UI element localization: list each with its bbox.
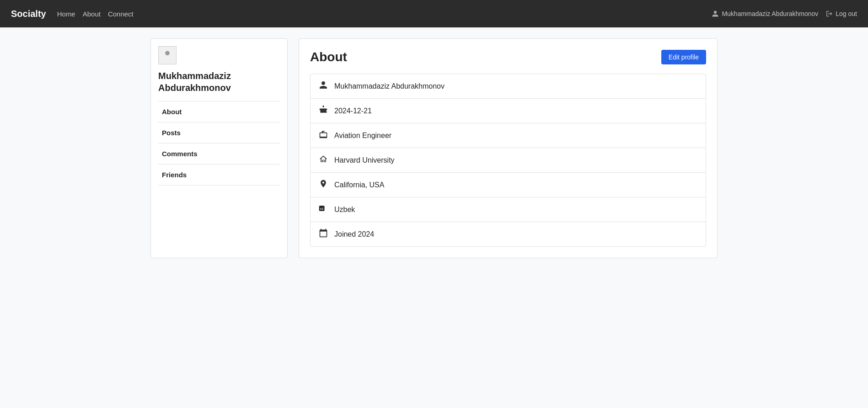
about-section: About Edit profile Mukhammadaziz Abdurak… (299, 38, 718, 258)
nav-about-link[interactable]: About (83, 10, 101, 18)
logout-button[interactable]: Log out (825, 10, 857, 17)
info-row-language: AZ Uzbek (311, 197, 706, 222)
main-content: Mukhammadaziz Abdurakhmonov About Posts … (114, 27, 754, 269)
info-row-occupation: Aviation Engineer (311, 123, 706, 148)
location-icon (318, 179, 329, 191)
avatar-icon (162, 50, 173, 61)
user-icon (712, 10, 719, 17)
user-icon (318, 80, 329, 92)
about-title: About (310, 50, 347, 64)
nav-about[interactable]: About (158, 101, 280, 122)
navbar-brand: Socialty (11, 9, 46, 19)
info-name-text: Mukhammadaziz Abdurakhmonov (334, 82, 445, 90)
navbar: Socialty Home About Connect Mukhammadazi… (0, 0, 868, 27)
info-row-location: California, USA (311, 173, 706, 197)
info-university-text: Harvard University (334, 156, 395, 164)
nav-posts[interactable]: Posts (158, 122, 280, 143)
info-location-text: California, USA (334, 181, 384, 189)
info-row-joined: Joined 2024 (311, 222, 706, 246)
profile-card: Mukhammadaziz Abdurakhmonov About Posts … (150, 38, 288, 258)
info-row-name: Mukhammadaziz Abdurakhmonov (311, 74, 706, 99)
info-card: Mukhammadaziz Abdurakhmonov 2024-12-21 (310, 74, 706, 247)
navbar-username: Mukhammadaziz Abdurakhmonov (722, 10, 818, 17)
navbar-left: Socialty Home About Connect (11, 9, 134, 19)
logout-label: Log out (836, 10, 857, 17)
about-header: About Edit profile (310, 50, 706, 64)
navbar-links: Home About Connect (57, 10, 134, 18)
navbar-right: Mukhammadaziz Abdurakhmonov Log out (712, 10, 857, 17)
language-icon: AZ (318, 204, 329, 215)
nav-connect-link[interactable]: Connect (108, 10, 134, 18)
info-language-text: Uzbek (334, 206, 355, 214)
info-row-birthday: 2024-12-21 (311, 99, 706, 123)
briefcase-icon (318, 130, 329, 141)
info-row-university: Harvard University (311, 148, 706, 173)
info-occupation-text: Aviation Engineer (334, 132, 391, 140)
nav-home-link[interactable]: Home (57, 10, 75, 18)
building-icon (318, 154, 329, 166)
nav-friends[interactable]: Friends (158, 164, 280, 185)
info-joined-text: Joined 2024 (334, 230, 374, 238)
navbar-user: Mukhammadaziz Abdurakhmonov (712, 10, 818, 17)
profile-nav: About Posts Comments Friends (158, 101, 280, 185)
birthday-icon (318, 105, 329, 117)
info-birthday-text: 2024-12-21 (334, 107, 372, 115)
nav-comments[interactable]: Comments (158, 143, 280, 164)
svg-text:AZ: AZ (320, 207, 324, 210)
calendar-icon (318, 228, 329, 240)
logout-icon (825, 10, 833, 17)
avatar (158, 46, 177, 64)
edit-profile-button[interactable]: Edit profile (661, 50, 706, 64)
profile-name: Mukhammadaziz Abdurakhmonov (158, 70, 280, 94)
